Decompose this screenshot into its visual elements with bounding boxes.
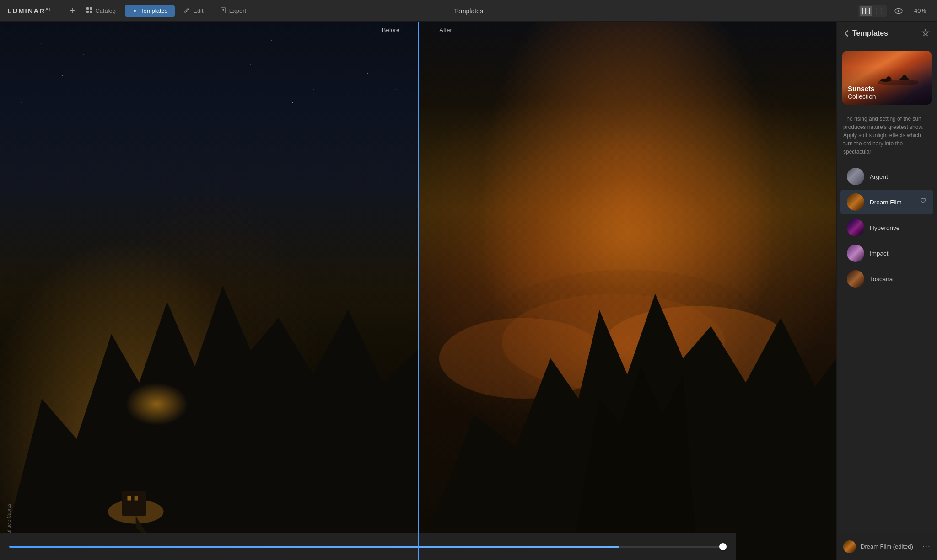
template-name-hyperdrive: Hyperdrive — [870, 224, 927, 231]
titlebar: LUMINARAI + Catalog ✦ Templates — [0, 0, 937, 22]
tab-templates-label: Templates — [140, 7, 167, 14]
collection-card[interactable]: Sunsets Collection — [842, 51, 932, 105]
collection-description: The rising and setting of the sun produc… — [837, 110, 937, 160]
tab-edit-label: Edit — [193, 7, 203, 14]
svg-rect-12 — [122, 491, 146, 516]
template-thumb-toscana — [847, 270, 864, 288]
collection-name: Sunsets — [848, 85, 926, 93]
svg-rect-1 — [90, 7, 92, 10]
zoom-level[interactable]: 40% — [910, 5, 930, 16]
photo-before: ©Raffaele Cabras — [0, 22, 418, 560]
app-logo: LUMINARAI — [7, 7, 51, 15]
tab-export-label: Export — [229, 7, 247, 14]
svg-rect-3 — [90, 11, 92, 13]
sidebar-title: Templates — [852, 29, 888, 37]
mountain-silhouette-before — [0, 237, 418, 560]
photo-after — [418, 22, 836, 560]
main-area: Before After — [0, 22, 937, 560]
template-thumb-hyperdrive — [847, 219, 864, 236]
view-toggle — [858, 5, 887, 17]
eye-button[interactable] — [892, 5, 905, 17]
svg-rect-14 — [135, 496, 138, 501]
opacity-slider-track[interactable] — [9, 546, 727, 548]
template-list: ArgentDream FilmHyperdriveImpactToscana — [837, 160, 937, 533]
before-photo-bg — [0, 22, 418, 560]
template-item-toscana[interactable]: Toscana — [840, 267, 933, 291]
collection-subtitle: Collection — [848, 93, 926, 100]
tab-catalog[interactable]: Catalog — [79, 4, 123, 17]
bottom-slider-area — [0, 533, 736, 560]
edit-icon — [184, 7, 190, 15]
svg-rect-6 — [867, 8, 869, 14]
sidebar-bottom-bar: Dream Film (edited) ··· — [837, 533, 937, 560]
titlebar-right: 40% — [858, 5, 930, 17]
template-name-dreamfilm: Dream Film — [870, 199, 914, 206]
tab-export[interactable]: Export — [213, 4, 254, 17]
bottom-template-label: Dream Film (edited) — [861, 543, 918, 550]
template-thumb-dreamfilm — [847, 193, 864, 211]
template-name-impact: Impact — [870, 250, 927, 257]
catalog-icon — [86, 7, 92, 15]
tab-edit[interactable]: Edit — [177, 4, 210, 17]
mountain-silhouette-after — [418, 237, 836, 560]
svg-rect-13 — [127, 496, 131, 501]
sidebar-header: Templates — [837, 22, 937, 45]
opacity-slider-fill — [9, 546, 619, 548]
sidebar-favorite-button[interactable] — [921, 28, 930, 38]
sidebar: Templates Sunsets Coll — [836, 22, 937, 560]
after-photo-bg — [418, 22, 836, 560]
plus-icon: + — [70, 5, 75, 16]
export-icon — [220, 7, 226, 15]
template-item-hyperdrive[interactable]: Hyperdrive — [840, 215, 933, 240]
add-button[interactable]: + — [66, 5, 79, 17]
templates-icon: ✦ — [132, 7, 138, 15]
photo-container: ©Raffaele Cabras — [0, 22, 836, 560]
photo-area: Before After — [0, 22, 836, 560]
bottom-menu-button[interactable]: ··· — [922, 542, 931, 551]
building-glow — [125, 383, 188, 426]
opacity-slider-handle[interactable] — [719, 543, 727, 550]
bottom-template-thumb — [843, 540, 856, 553]
svg-rect-2 — [86, 11, 89, 13]
svg-rect-0 — [86, 7, 89, 10]
svg-rect-5 — [862, 8, 865, 14]
template-item-dreamfilm[interactable]: Dream Film — [840, 190, 933, 214]
split-divider[interactable] — [418, 22, 419, 560]
titlebar-center-title: Templates — [454, 7, 483, 15]
template-fav-button-dreamfilm[interactable] — [920, 198, 927, 207]
collection-card-text: Sunsets Collection — [842, 80, 932, 105]
svg-rect-7 — [876, 8, 882, 14]
template-name-toscana: Toscana — [870, 276, 927, 283]
single-view-button[interactable] — [873, 6, 885, 16]
template-thumb-impact — [847, 245, 864, 262]
split-view-button[interactable] — [860, 6, 872, 16]
template-name-argent: Argent — [870, 173, 927, 180]
tab-catalog-label: Catalog — [95, 7, 116, 14]
tab-templates[interactable]: ✦ Templates — [125, 5, 175, 17]
svg-point-9 — [897, 10, 899, 12]
svg-marker-10 — [0, 286, 418, 560]
template-thumb-argent — [847, 168, 864, 185]
template-item-impact[interactable]: Impact — [840, 241, 933, 266]
sidebar-back-button[interactable] — [844, 30, 849, 37]
template-item-argent[interactable]: Argent — [840, 164, 933, 189]
nav-tabs: Catalog ✦ Templates Edit Export — [79, 4, 253, 17]
